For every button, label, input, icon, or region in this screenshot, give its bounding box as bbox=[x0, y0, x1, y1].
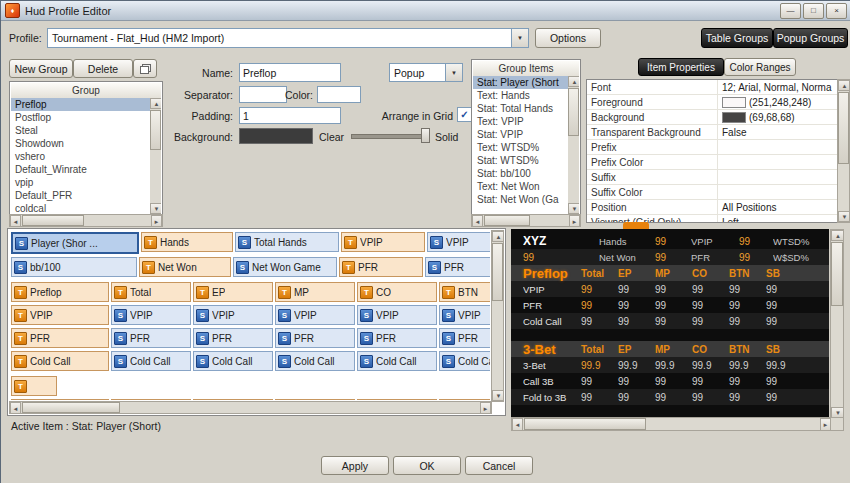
group-list-header[interactable]: Group bbox=[11, 83, 161, 99]
group-items-hscrollbar[interactable]: ◄ ► bbox=[471, 214, 581, 227]
popup-dropdown-button[interactable]: ▼ bbox=[445, 64, 462, 81]
close-button[interactable]: × bbox=[826, 3, 847, 19]
scroll-left-icon[interactable]: ◄ bbox=[512, 418, 523, 431]
scrollbar-thumb[interactable] bbox=[22, 215, 84, 226]
cancel-button[interactable]: Cancel bbox=[465, 456, 533, 475]
layout-cell[interactable]: THands bbox=[141, 232, 233, 252]
table-groups-button[interactable]: Table Groups bbox=[701, 28, 773, 48]
scroll-left-icon[interactable]: ◄ bbox=[10, 215, 21, 227]
group-item-row[interactable]: Stat: bb/100 bbox=[473, 167, 568, 180]
scroll-right-icon[interactable]: ► bbox=[151, 215, 162, 227]
layout-cell[interactable]: Sbb/100 bbox=[11, 257, 137, 277]
group-item-row[interactable]: Stat: Player (Short bbox=[473, 76, 568, 89]
layout-cell[interactable]: TPFR bbox=[339, 257, 423, 277]
property-row[interactable]: Font12; Arial, Normal, Norma bbox=[587, 80, 838, 95]
layout-cell[interactable]: SPFR bbox=[357, 328, 437, 348]
profile-dropdown-button[interactable]: ▼ bbox=[511, 29, 528, 47]
property-row[interactable]: Prefix bbox=[587, 140, 838, 155]
maximize-button[interactable]: □ bbox=[803, 3, 824, 19]
property-row[interactable]: Suffix Color bbox=[587, 185, 838, 200]
layout-cell[interactable]: TCO bbox=[357, 282, 437, 302]
background-swatch[interactable] bbox=[239, 128, 313, 144]
options-button[interactable]: Options bbox=[535, 28, 601, 48]
layout-cell[interactable]: TPreflop bbox=[11, 282, 109, 302]
group-item-row[interactable]: Stat: VPIP bbox=[473, 128, 568, 141]
group-item-row[interactable]: Text: Hands bbox=[473, 89, 568, 102]
property-row[interactable]: PositionAll Positions bbox=[587, 200, 838, 215]
scrollbar-thumb[interactable] bbox=[150, 110, 161, 150]
layout-cell[interactable]: TTotal bbox=[111, 282, 191, 302]
layout-cell[interactable]: SPFR bbox=[111, 328, 191, 348]
group-items-header[interactable]: Group Items bbox=[473, 61, 579, 77]
property-row[interactable]: Foreground(251,248,248) bbox=[587, 95, 838, 110]
background-opacity-slider[interactable] bbox=[351, 134, 425, 139]
group-item-row[interactable]: Text: WTSD% bbox=[473, 141, 568, 154]
apply-button[interactable]: Apply bbox=[321, 456, 389, 475]
group-item-row[interactable]: Text: Net Won bbox=[473, 180, 568, 193]
properties-scrollbar[interactable]: ▲ ▼ bbox=[837, 79, 850, 223]
layout-cell[interactable]: TNet Won bbox=[139, 257, 231, 277]
scroll-up-icon[interactable]: ▲ bbox=[831, 230, 844, 241]
layout-cell[interactable]: TMP bbox=[275, 282, 355, 302]
layout-cell[interactable]: SPlayer (Shor ... bbox=[11, 232, 139, 254]
layout-cell[interactable]: SCold Call bbox=[111, 351, 191, 371]
color-input[interactable] bbox=[317, 86, 361, 103]
layout-cell[interactable]: SCold Call bbox=[357, 351, 437, 371]
group-list-item[interactable]: Showdown bbox=[11, 137, 150, 150]
layout-cell[interactable]: SVPIP bbox=[357, 305, 437, 325]
layout-cell[interactable]: SPFR bbox=[425, 257, 490, 277]
layout-cell[interactable]: SVPIP bbox=[439, 305, 490, 325]
item-properties-tab[interactable]: Item Properties bbox=[638, 58, 724, 76]
layout-cell[interactable]: TTotal bbox=[111, 399, 191, 400]
group-item-row[interactable]: Stat: Net Won (Ga bbox=[473, 193, 568, 206]
layout-cell[interactable]: TVPIP bbox=[11, 305, 109, 325]
scrollbar-thumb[interactable] bbox=[492, 243, 503, 301]
scroll-left-icon[interactable]: ◄ bbox=[472, 215, 483, 227]
layout-cell[interactable]: TEP bbox=[193, 399, 273, 400]
grid-vertical-scrollbar[interactable]: ▲ ▼ bbox=[491, 230, 504, 402]
layout-cell[interactable]: SCold Call bbox=[439, 351, 490, 371]
group-item-row[interactable]: Text: VPIP bbox=[473, 115, 568, 128]
duplicate-group-button[interactable] bbox=[133, 59, 157, 78]
preview-tab-notch[interactable] bbox=[623, 222, 649, 229]
layout-cell[interactable]: SCold Call bbox=[275, 351, 355, 371]
group-list-hscrollbar[interactable]: ◄ ► bbox=[9, 214, 163, 227]
property-row[interactable]: Transparent BackgroundFalse bbox=[587, 125, 838, 140]
group-list-item[interactable]: coldcal bbox=[11, 202, 150, 214]
grid-horizontal-scrollbar[interactable]: ◄ ► bbox=[9, 401, 492, 414]
layout-cell[interactable]: SCold Call bbox=[193, 351, 273, 371]
new-group-button[interactable]: New Group bbox=[9, 59, 73, 78]
scrollbar-thumb[interactable] bbox=[484, 215, 530, 226]
group-item-row[interactable]: Stat: WTSD% bbox=[473, 154, 568, 167]
group-items-scrollbar[interactable]: ▲ ▼ bbox=[568, 76, 579, 214]
scroll-up-icon[interactable]: ▲ bbox=[568, 76, 579, 87]
title-bar[interactable]: ♦ Hud Profile Editor — □ × bbox=[1, 1, 850, 21]
minimize-button[interactable]: — bbox=[780, 3, 801, 19]
slider-handle[interactable] bbox=[421, 128, 430, 143]
layout-cell[interactable]: SVPIP bbox=[275, 305, 355, 325]
group-list-item[interactable]: Postflop bbox=[11, 111, 150, 124]
layout-cell[interactable]: TMP bbox=[275, 399, 355, 400]
scroll-right-icon[interactable]: ► bbox=[569, 215, 580, 227]
layout-cell[interactable]: TPFR bbox=[11, 328, 109, 348]
separator-input[interactable] bbox=[239, 86, 287, 103]
scrollbar-thumb[interactable] bbox=[831, 242, 843, 306]
profile-dropdown[interactable]: Tournament - Flat_Hud (HM2 Import) ▼ bbox=[47, 28, 529, 48]
scroll-right-icon[interactable]: ► bbox=[480, 402, 491, 414]
padding-input[interactable]: 1 bbox=[239, 107, 341, 124]
scrollbar-thumb[interactable] bbox=[524, 418, 646, 430]
scrollbar-thumb[interactable] bbox=[22, 402, 120, 413]
resize-grip[interactable] bbox=[830, 417, 844, 431]
layout-cell[interactable]: TEP bbox=[193, 282, 273, 302]
scroll-down-icon[interactable]: ▼ bbox=[150, 203, 161, 214]
scroll-left-icon[interactable]: ◄ bbox=[10, 402, 21, 414]
layout-cell[interactable]: SPFR bbox=[193, 328, 273, 348]
property-row[interactable]: Background(69,68,68) bbox=[587, 110, 838, 125]
layout-cell[interactable]: TBTN bbox=[439, 282, 490, 302]
scroll-down-icon[interactable]: ▼ bbox=[568, 203, 579, 214]
group-list-item[interactable]: vshero bbox=[11, 150, 150, 163]
ok-button[interactable]: OK bbox=[393, 456, 461, 475]
scroll-down-icon[interactable]: ▼ bbox=[492, 390, 504, 401]
layout-cell[interactable]: SVPIP bbox=[427, 232, 490, 252]
layout-cell[interactable]: TCold Call bbox=[11, 351, 109, 371]
